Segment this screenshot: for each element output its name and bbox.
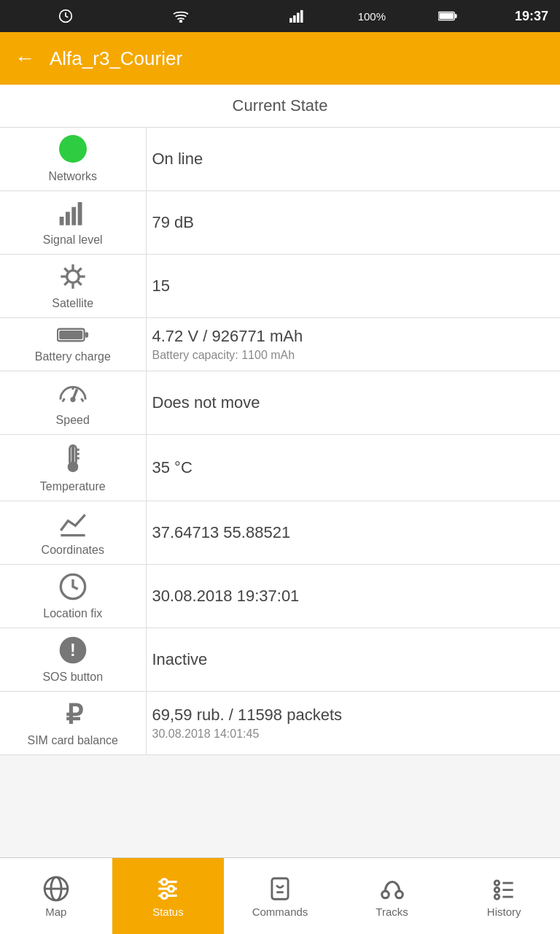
icon-cell-networks: Networks <box>0 128 146 191</box>
state-table: Networks On line Signal level 79 dB <box>0 128 560 755</box>
svg-point-55 <box>495 894 499 898</box>
svg-rect-3 <box>293 15 296 23</box>
icon-cell-temperature: Temperature <box>0 435 146 501</box>
back-button[interactable]: ← <box>15 47 35 70</box>
table-row-speed: Speed Does not move <box>0 371 560 435</box>
table-row-coordinates: Coordinates 37.64713 55.88521 <box>0 501 560 565</box>
icon-cell-speed: Speed <box>0 371 146 435</box>
icon-wrap-temperature: Temperature <box>6 442 140 493</box>
icon-cell-satellite: Satellite <box>0 255 146 318</box>
icon-cell-locationfix: Location fix <box>0 565 146 628</box>
svg-point-52 <box>395 891 402 898</box>
svg-rect-24 <box>85 332 88 337</box>
svg-line-18 <box>64 268 69 273</box>
value-cell-coordinates: 37.64713 55.88521 <box>146 501 560 565</box>
icon-label-speed: Speed <box>56 414 90 427</box>
value-sos: Inactive <box>152 650 208 668</box>
svg-rect-4 <box>297 13 300 23</box>
globe-icon <box>42 875 70 903</box>
nav-map-label: Map <box>45 906 66 918</box>
nav-commands-label: Commands <box>252 906 308 918</box>
table-row-satellite: Satellite 15 <box>0 255 560 318</box>
svg-line-19 <box>77 280 82 285</box>
nav-status[interactable]: Status <box>112 858 225 934</box>
icon-cell-coordinates: Coordinates <box>0 501 146 565</box>
value-satellite: 15 <box>152 277 170 295</box>
icon-cell-sos: ! SOS button <box>0 628 146 692</box>
sliders-icon <box>154 875 182 903</box>
table-row-networks: Networks On line <box>0 128 560 191</box>
svg-point-53 <box>495 880 499 884</box>
icon-label-signal: Signal level <box>43 234 103 247</box>
icon-label-coordinates: Coordinates <box>42 544 104 557</box>
svg-point-46 <box>162 879 168 884</box>
table-row-locationfix: Location fix 30.08.2018 19:37:01 <box>0 565 560 628</box>
nav-history-label: History <box>487 906 521 918</box>
value-locationfix: 30.08.2018 19:37:01 <box>152 587 300 605</box>
svg-rect-49 <box>272 878 288 899</box>
value-speed: Does not move <box>152 393 260 412</box>
value-cell-speed: Does not move <box>146 371 560 435</box>
nav-map[interactable]: Map <box>0 858 112 934</box>
value-cell-sos: Inactive <box>146 628 560 692</box>
svg-point-26 <box>70 397 75 402</box>
icon-wrap-signal: Signal level <box>6 198 140 247</box>
table-row-sos: ! SOS button Inactive <box>0 628 560 692</box>
svg-rect-8 <box>455 14 457 18</box>
signal-bars-icon <box>289 9 305 23</box>
icon-wrap-sim: ₽ SIM card balance <box>6 699 140 747</box>
wifi-icon <box>173 9 189 23</box>
svg-rect-2 <box>289 18 292 23</box>
status-bar: 100% 19:37 <box>0 0 560 32</box>
svg-point-48 <box>162 892 168 898</box>
icon-wrap-coordinates: Coordinates <box>6 509 140 557</box>
battery-status-icon <box>438 11 457 21</box>
icon-cell-signal: Signal level <box>0 191 146 255</box>
history-icon <box>490 875 518 903</box>
svg-rect-12 <box>77 202 82 225</box>
svg-rect-23 <box>59 331 82 339</box>
value-coordinates: 37.64713 55.88521 <box>152 523 291 541</box>
nav-status-label: Status <box>152 906 184 918</box>
icon-wrap-satellite: Satellite <box>6 262 140 310</box>
tracks-icon <box>378 875 406 903</box>
svg-point-51 <box>381 891 389 898</box>
nav-tracks-label: Tracks <box>376 906 408 918</box>
icon-cell-sim: ₽ SIM card balance <box>0 692 146 755</box>
icon-label-temperature: Temperature <box>40 480 106 493</box>
icon-label-sos: SOS button <box>42 671 103 684</box>
icon-cell-battery: Battery charge <box>0 318 146 371</box>
commands-icon <box>266 875 294 903</box>
sub-value-sim: 30.08.2018 14:01:45 <box>152 727 555 741</box>
battery-percent: 100% <box>358 10 386 23</box>
svg-point-47 <box>168 886 174 892</box>
svg-point-31 <box>69 463 77 471</box>
value-signal: 79 dB <box>152 213 195 231</box>
bottom-nav: Map Status Commands Tracks <box>0 857 560 934</box>
icon-wrap-speed: Speed <box>6 379 140 427</box>
nav-commands[interactable]: Commands <box>224 858 336 934</box>
value-battery: 4.72 V / 926771 mAh <box>152 327 303 345</box>
icon-wrap-sos: ! SOS button <box>6 636 140 684</box>
svg-rect-5 <box>300 10 303 23</box>
icon-wrap-battery: Battery charge <box>6 325 140 363</box>
section-header: Current State <box>0 85 560 128</box>
value-cell-signal: 79 dB <box>146 191 560 255</box>
icon-label-satellite: Satellite <box>52 297 93 310</box>
top-bar: ← Alfa_r3_Courier <box>0 32 560 85</box>
value-sim: 69,59 rub. / 11598 packets <box>152 706 343 724</box>
table-row-battery: Battery charge 4.72 V / 926771 mAh Batte… <box>0 318 560 371</box>
value-networks: On line <box>152 150 203 168</box>
sub-value-battery: Battery capacity: 1100 mAh <box>152 349 555 362</box>
table-row-sim: ₽ SIM card balance 69,59 rub. / 11598 pa… <box>0 692 560 755</box>
table-row-signal: Signal level 79 dB <box>0 191 560 255</box>
icon-wrap-locationfix: Location fix <box>6 572 140 620</box>
nav-history[interactable]: History <box>448 858 560 934</box>
icon-label-sim: SIM card balance <box>27 734 118 747</box>
value-cell-networks: On line <box>146 128 560 191</box>
clock-status-icon <box>58 9 73 23</box>
nav-tracks[interactable]: Tracks <box>336 858 448 934</box>
page-title: Alfa_r3_Courier <box>50 47 182 70</box>
svg-text:₽: ₽ <box>66 699 83 728</box>
svg-line-27 <box>62 398 64 401</box>
